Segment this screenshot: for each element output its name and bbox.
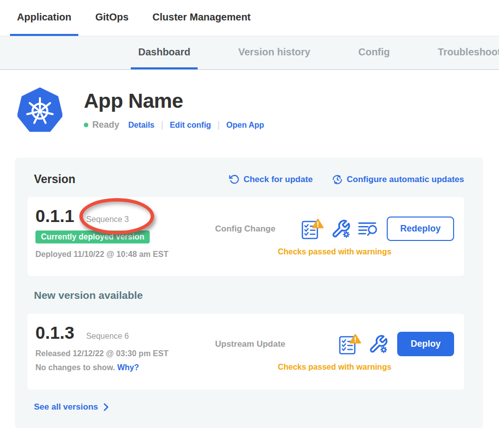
new-version-heading: New version available <box>34 289 464 301</box>
available-sequence-label: Sequence 6 <box>86 332 129 341</box>
version-panel: Version Check for update Configure autom… <box>15 158 483 428</box>
tab-dashboard[interactable]: Dashboard <box>131 36 198 69</box>
version-panel-title: Version <box>34 173 75 186</box>
tab-application[interactable]: Application <box>10 0 78 36</box>
preflight-checks-warning-icon[interactable] <box>338 333 361 355</box>
tab-config[interactable]: Config <box>351 36 397 69</box>
app-header: App Name Ready Details | Edit config | O… <box>17 86 499 135</box>
status-badge: Ready <box>92 120 119 130</box>
tab-troubleshoot[interactable]: Troubleshoot <box>430 36 499 69</box>
no-changes-text: No changes to show. <box>35 363 115 372</box>
deploy-button[interactable]: Deploy <box>397 332 454 356</box>
version-source-label: Upstream Update <box>215 339 338 349</box>
page-title: App Name <box>84 89 264 113</box>
preflight-checks-warning-icon[interactable] <box>301 218 324 240</box>
version-source-label: Config Change <box>215 224 301 234</box>
edit-config-icon[interactable] <box>368 334 388 354</box>
edit-config-link[interactable]: Edit config <box>170 121 211 130</box>
check-for-update-label: Check for update <box>244 175 313 185</box>
view-diff-icon[interactable] <box>358 221 378 237</box>
see-all-versions-link[interactable]: See all versions <box>34 402 109 412</box>
details-link[interactable]: Details <box>128 121 154 130</box>
tab-cluster-management[interactable]: Cluster Management <box>146 0 258 36</box>
refresh-icon <box>229 174 240 185</box>
available-version-number: 0.1.3 <box>35 323 74 343</box>
check-for-update-button[interactable]: Check for update <box>229 174 313 185</box>
app-section-nav: Dashboard Version history Config Trouble… <box>0 36 499 70</box>
primary-nav: Application GitOps Cluster Management <box>0 0 499 36</box>
checks-status-text: Checks passed with warnings <box>215 363 454 372</box>
current-sequence-label: Sequence 3 <box>86 215 129 224</box>
configure-automatic-updates-label: Configure automatic updates <box>347 175 464 185</box>
why-link[interactable]: Why? <box>117 363 139 372</box>
divider: | <box>161 120 164 130</box>
current-version-card: 0.1.1 Sequence 3 Currently deployed vers… <box>27 197 464 276</box>
configure-automatic-updates-button[interactable]: Configure automatic updates <box>332 174 464 185</box>
tab-gitops[interactable]: GitOps <box>88 0 136 36</box>
open-app-link[interactable]: Open App <box>227 121 264 130</box>
kubernetes-logo-icon <box>17 86 62 135</box>
auto-update-schedule-icon <box>332 174 343 185</box>
released-timestamp: Released 12/12/22 @ 03:30 pm EST <box>35 349 215 358</box>
see-all-versions-label: See all versions <box>34 402 98 412</box>
deployed-timestamp: Deployed 11/10/22 @ 10:48 am EST <box>35 250 215 259</box>
edit-config-icon[interactable] <box>331 219 351 239</box>
currently-deployed-badge: Currently deployed version <box>35 230 150 243</box>
tab-version-history[interactable]: Version history <box>231 36 318 69</box>
checks-status-text: Checks passed with warnings <box>215 247 454 256</box>
divider: | <box>218 120 220 130</box>
redeploy-button[interactable]: Redeploy <box>387 217 454 241</box>
status-dot-icon <box>84 123 88 127</box>
available-version-card: 0.1.3 Sequence 6 Released 12/12/22 @ 03:… <box>27 314 464 390</box>
current-version-number: 0.1.1 <box>35 206 74 226</box>
chevron-right-icon <box>103 403 109 411</box>
